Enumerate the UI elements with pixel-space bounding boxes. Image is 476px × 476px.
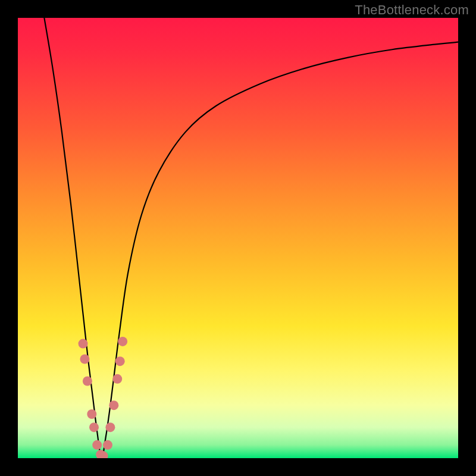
chart-frame: TheBottleneck.com: [0, 0, 476, 476]
bottleneck-curve-path: [44, 18, 458, 458]
reference-point: [89, 422, 99, 432]
reference-point: [79, 339, 88, 349]
reference-point: [109, 400, 118, 410]
reference-point: [105, 422, 115, 432]
chart-svg: [18, 18, 458, 458]
reference-point: [118, 337, 127, 346]
reference-point: [112, 374, 122, 384]
reference-point: [80, 355, 89, 364]
watermark-text: TheBottleneck.com: [355, 2, 469, 18]
reference-point: [83, 377, 92, 386]
plot-area: [18, 18, 458, 458]
reference-point: [92, 440, 102, 450]
marker-group: [79, 337, 128, 458]
reference-point: [115, 356, 125, 366]
reference-point: [87, 409, 96, 419]
reference-point: [103, 440, 112, 450]
